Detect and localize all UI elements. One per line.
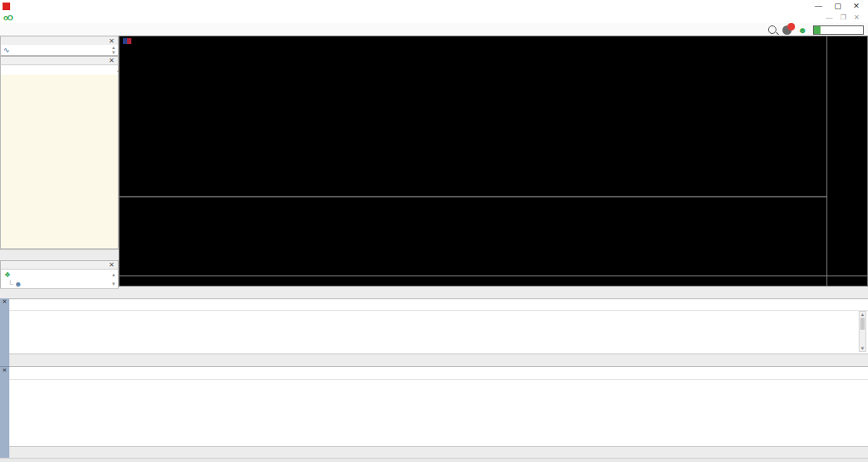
notification-badge [787, 23, 795, 31]
child-minimize-button[interactable]: — [826, 14, 832, 21]
maximize-button[interactable]: ▢ [834, 2, 842, 10]
accounts-icon: ☻ [14, 280, 22, 288]
chart-area[interactable] [119, 36, 868, 287]
navigator-tabs [0, 288, 119, 298]
child-close-button[interactable]: ✕ [854, 14, 860, 21]
connection-status-icon: ☻ [798, 25, 807, 35]
status-bar [0, 458, 868, 462]
close-icon[interactable]: ✕ [108, 261, 114, 269]
candlestick-chart[interactable] [120, 45, 826, 196]
spinner-icon[interactable]: ▲▼ [111, 45, 118, 55]
mql-logo-icon: oO [3, 14, 13, 22]
metatrader-window: — ▢ ✕ oO — ❐ ✕ ☻ ✕ ∿ ▲▼ [0, 0, 868, 462]
calendar-column-header[interactable] [9, 299, 868, 311]
title-bar: — ▢ ✕ [0, 0, 868, 13]
menu-bar: oO — ❐ ✕ [0, 12, 868, 24]
search-icon[interactable] [768, 25, 776, 34]
tester-tabs [9, 446, 868, 458]
market-watch-column-header[interactable]: ▲ [0, 65, 119, 75]
close-icon[interactable]: ✕ [108, 57, 114, 64]
tester-column-header[interactable] [9, 367, 868, 380]
close-icon[interactable]: ✕ [0, 298, 9, 305]
price-axis[interactable] [827, 45, 868, 196]
market-watch-table [0, 75, 119, 249]
app-logo-icon [3, 3, 10, 10]
market-watch-tabs [0, 249, 119, 260]
navigator-item-broker[interactable]: ❖ ▲ [1, 270, 118, 279]
platform-icon: ❖ [4, 270, 11, 279]
data-window-row[interactable]: ∿ ▲▼ [0, 45, 119, 56]
navigator-item-accounts[interactable]: └ ☻ ▼ [1, 279, 118, 288]
calendar-scrollbar[interactable]: ▲▼ [859, 311, 866, 352]
child-restore-button[interactable]: ❐ [840, 14, 846, 21]
minimize-button[interactable]: — [815, 2, 822, 10]
scroll-up-icon[interactable]: ▲ [111, 272, 118, 277]
calendar-date-header [9, 311, 868, 320]
navigator-header[interactable]: ✕ [0, 260, 119, 270]
market-watch-header[interactable]: ✕ [0, 56, 119, 65]
toolbox-tabs [9, 353, 868, 366]
scroll-down-icon[interactable]: ▼ [111, 281, 118, 287]
chart-tabs [119, 287, 868, 298]
close-icon[interactable]: ✕ [0, 367, 9, 374]
connection-progress-bar [813, 25, 864, 35]
adx-indicator-pane[interactable] [120, 198, 826, 276]
chart-line-icon: ∿ [3, 46, 9, 54]
close-button[interactable]: ✕ [853, 2, 860, 10]
symbol-flag-icon [123, 38, 131, 44]
close-icon[interactable]: ✕ [108, 37, 114, 45]
time-axis[interactable] [120, 276, 868, 287]
notifications-icon[interactable] [782, 25, 792, 35]
